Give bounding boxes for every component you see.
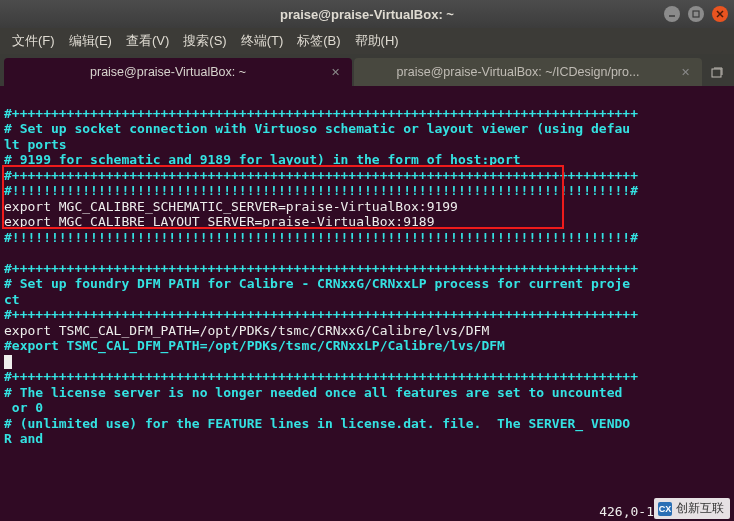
- tab-close-icon[interactable]: ✕: [328, 65, 342, 79]
- term-line: or 0: [4, 400, 43, 415]
- term-line: #export TSMC_CAL_DFM_PATH=/opt/PDKs/tsmc…: [4, 338, 505, 353]
- tab-inactive[interactable]: praise@praise-VirtualBox: ~/ICDesign/pro…: [354, 58, 702, 86]
- menu-view[interactable]: 查看(V): [120, 30, 175, 52]
- tab-close-icon[interactable]: ✕: [678, 65, 692, 79]
- vim-status-position: 426,0-1: [599, 504, 654, 520]
- term-line: ct: [4, 292, 20, 307]
- term-line: #+++++++++++++++++++++++++++++++++++++++…: [4, 307, 638, 322]
- tab-label: praise@praise-VirtualBox: ~: [14, 65, 322, 79]
- titlebar: praise@praise-VirtualBox: ~: [0, 0, 734, 28]
- term-line: R and: [4, 431, 43, 446]
- term-blank: [4, 245, 12, 260]
- terminal-content[interactable]: #+++++++++++++++++++++++++++++++++++++++…: [0, 86, 734, 521]
- term-line: # (unlimited use) for the FEATURE lines …: [4, 416, 630, 431]
- window-title: praise@praise-VirtualBox: ~: [0, 7, 734, 22]
- menu-terminal[interactable]: 终端(T): [235, 30, 290, 52]
- term-line: #+++++++++++++++++++++++++++++++++++++++…: [4, 369, 638, 384]
- menu-search[interactable]: 搜索(S): [177, 30, 232, 52]
- term-line: #+++++++++++++++++++++++++++++++++++++++…: [4, 106, 638, 121]
- tabbar: praise@praise-VirtualBox: ~ ✕ praise@pra…: [0, 54, 734, 86]
- term-line: lt ports: [4, 137, 67, 152]
- menubar: 文件(F) 编辑(E) 查看(V) 搜索(S) 终端(T) 标签(B) 帮助(H…: [0, 28, 734, 54]
- term-line: # Set up foundry DFM PATH for Calibre - …: [4, 276, 630, 291]
- menu-edit[interactable]: 编辑(E): [63, 30, 118, 52]
- menu-tabs[interactable]: 标签(B): [291, 30, 346, 52]
- maximize-icon: [692, 10, 700, 18]
- term-line: # The license server is no longer needed…: [4, 385, 622, 400]
- watermark-logo-icon: CX: [658, 502, 672, 516]
- new-tab-icon: [710, 66, 724, 80]
- term-line: # Set up socket connection with Virtuoso…: [4, 121, 630, 136]
- term-line: #!!!!!!!!!!!!!!!!!!!!!!!!!!!!!!!!!!!!!!!…: [4, 230, 638, 245]
- menu-help[interactable]: 帮助(H): [349, 30, 405, 52]
- new-tab-button[interactable]: [704, 60, 730, 86]
- terminal-window: praise@praise-VirtualBox: ~ 文件(F) 编辑(E) …: [0, 0, 734, 521]
- close-icon: [716, 10, 724, 18]
- menu-file[interactable]: 文件(F): [6, 30, 61, 52]
- minimize-button[interactable]: [664, 6, 680, 22]
- maximize-button[interactable]: [688, 6, 704, 22]
- minimize-icon: [668, 10, 676, 18]
- term-line: export TSMC_CAL_DFM_PATH=/opt/PDKs/tsmc/…: [4, 323, 489, 338]
- svg-rect-4: [712, 69, 721, 77]
- window-controls: [664, 6, 728, 22]
- svg-rect-1: [693, 11, 699, 17]
- close-button[interactable]: [712, 6, 728, 22]
- cursor: [4, 355, 12, 369]
- watermark-text: 创新互联: [676, 500, 724, 517]
- highlight-annotation: [2, 165, 564, 229]
- watermark: CX 创新互联: [654, 498, 730, 519]
- tab-label: praise@praise-VirtualBox: ~/ICDesign/pro…: [364, 65, 672, 79]
- tab-active[interactable]: praise@praise-VirtualBox: ~ ✕: [4, 58, 352, 86]
- term-line: #+++++++++++++++++++++++++++++++++++++++…: [4, 261, 638, 276]
